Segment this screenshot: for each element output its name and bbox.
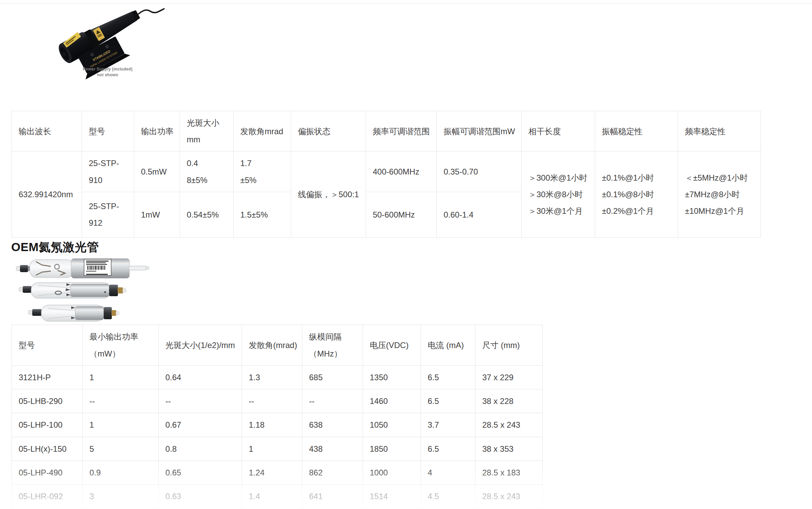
oem-spec-table: 型号最小输出功率 （mW）光斑大小(1/e2)/mm发散角(mrad)纵模间隔 … [12, 325, 543, 509]
amplitude-range-cell: 0.35-0.70 [437, 151, 522, 192]
cell: 6.5 [421, 389, 475, 413]
cell: 1.4 [242, 484, 302, 508]
column-header: 发散角(mrad) [242, 325, 302, 366]
power-cord [139, 9, 164, 14]
frequency-range-cell: 400-600MHz [366, 151, 437, 192]
column-header: 输出功率 [134, 111, 180, 151]
column-header: 振幅可调谐范围mW [437, 111, 522, 151]
cell: 1.3 [242, 366, 302, 389]
model-cell: 05-LH(x)-150 [12, 437, 83, 461]
wavelength-cell: 632.991420nm [12, 151, 82, 237]
cell: 1.24 [242, 461, 302, 484]
cell: 1050 [363, 413, 421, 437]
column-header: 偏振状态 [291, 111, 366, 151]
model-cell: 05-LHP-490 [12, 461, 83, 484]
cell: 0.67 [159, 413, 242, 437]
output-power-cell: 0.5mW [134, 151, 180, 192]
cell: -- [159, 389, 242, 413]
cell: 0.63 [159, 484, 242, 508]
table-header-row: 型号最小输出功率 （mW）光斑大小(1/e2)/mm发散角(mrad)纵模间隔 … [12, 325, 543, 366]
column-header: 光斑大小(1/e2)/mm [159, 325, 242, 366]
column-header: 尺寸 (mm) [475, 325, 543, 366]
cell: -- [83, 389, 159, 413]
section-title: OEM氦氖激光管 [11, 239, 99, 255]
cell: 6.5 [421, 366, 475, 389]
table-row: 05-LHB-290--------14606.538 x 228 [12, 389, 543, 413]
cell: 6.5 [421, 437, 475, 461]
column-header: 发散角mrad [234, 111, 291, 151]
column-header: 最小输出功率 （mW） [83, 325, 159, 366]
table-row: 632.991420nm25-STP- 9100.5mW0.4 8±5%1.7 … [12, 151, 761, 192]
cell: 37 x 229 [475, 366, 543, 389]
cell: -- [302, 389, 363, 413]
cell: 641 [302, 484, 363, 508]
divergence-cell: 1.7 ±5% [234, 151, 291, 192]
model-cell: 05-LHR-092 [12, 484, 83, 508]
cell: 1.18 [242, 413, 302, 437]
cell: 28.5 x 243 [475, 413, 543, 437]
column-header: 频率可调谐范围 [366, 111, 437, 151]
cell: 5 [83, 437, 159, 461]
cell: 0.64 [159, 366, 242, 389]
laser-photo-caption: Power Supply (included) not shown [71, 66, 144, 78]
polarization-cell: 线偏振，＞500:1 [291, 151, 366, 237]
column-header: 输出波长 [12, 111, 82, 151]
cell: 638 [302, 413, 363, 437]
amplitude-range-cell: 0.60-1.4 [437, 192, 522, 237]
cell: 1350 [363, 366, 421, 389]
model-cell: 25-STP- 912 [82, 192, 134, 237]
cell: 1 [83, 413, 159, 437]
model-cell: 3121H-P [12, 366, 83, 389]
model-cell: 25-STP- 910 [82, 151, 134, 192]
cell: 1000 [363, 461, 421, 484]
laser-tube-3 [28, 305, 119, 321]
column-header: 相干长度 [522, 111, 595, 151]
table-row: 05-LHR-09230.631.464115144.528.5 x 243 [12, 484, 543, 508]
column-header: 振幅稳定性 [595, 111, 678, 151]
oem-laser-tubes-photo [7, 254, 156, 325]
amplitude-stability-cell: ±0.1%@1小时 ±0.1%@8小时 ±0.2%@1个月 [595, 151, 678, 237]
column-header: 型号 [82, 111, 134, 151]
cell: 38 x 353 [475, 437, 543, 461]
spot-size-cell: 0.4 8±5% [180, 151, 234, 192]
cell: 0.9 [83, 461, 159, 484]
cell: 4 [421, 461, 475, 484]
frequency-range-cell: 50-600MHz [366, 192, 437, 237]
cell: 862 [302, 461, 363, 484]
column-header: 型号 [12, 325, 83, 366]
laser-tube-1 [16, 259, 149, 278]
cell: 1 [83, 366, 159, 389]
cell: 3.7 [421, 413, 475, 437]
column-header: 光斑大小 mm [180, 111, 234, 151]
coherence-length-cell: ＞300米@1小时 ＞30米@8小时 ＞30米@1个月 [522, 151, 595, 237]
output-power-cell: 1mW [134, 192, 180, 237]
cell: 1 [242, 437, 302, 461]
cell: 38 x 228 [475, 389, 543, 413]
column-header: 纵模间隔 （MHz） [302, 325, 363, 366]
cell: 0.65 [159, 461, 242, 484]
spot-size-cell: 0.54±5% [180, 192, 234, 237]
table-row: 05-LHP-10010.671.1863810503.728.5 x 243 [12, 413, 543, 437]
stabilized-spec-table: 输出波长型号输出功率光斑大小 mm发散角mrad偏振状态频率可调谐范围振幅可调谐… [12, 111, 761, 238]
cell: 28.5 x 243 [475, 484, 543, 508]
table-row: 3121H-P10.641.368513506.537 x 229 [12, 366, 543, 389]
cell: 0.8 [159, 437, 242, 461]
cell: 4.5 [421, 484, 475, 508]
column-header: 电压(VDC) [363, 325, 421, 366]
divergence-cell: 1.5±5% [234, 192, 291, 237]
cell: -- [242, 389, 302, 413]
cell: 1850 [363, 437, 421, 461]
laser-tubes-illustration [7, 254, 156, 325]
table-row: 05-LH(x)-15050.8143818506.538 x 353 [12, 437, 543, 461]
table-header-row: 输出波长型号输出功率光斑大小 mm发散角mrad偏振状态频率可调谐范围振幅可调谐… [12, 111, 761, 151]
model-cell: 05-LHB-290 [12, 389, 83, 413]
cell: 438 [302, 437, 363, 461]
cell: 3 [83, 484, 159, 508]
cell: 1460 [363, 389, 421, 413]
cell: 28.5 x 183 [475, 461, 543, 484]
stabilized-laser-photo: STABILIZED HeNe LASER SYSTEM Power Suppl… [20, 0, 166, 80]
cell: 685 [302, 366, 363, 389]
frequency-stability-cell: ＜±5MHz@1小时 ±7MHz@8小时 ±10MHz@1个月 [678, 151, 761, 237]
column-header: 频率稳定性 [678, 111, 761, 151]
column-header: 电流 (mA) [421, 325, 475, 366]
